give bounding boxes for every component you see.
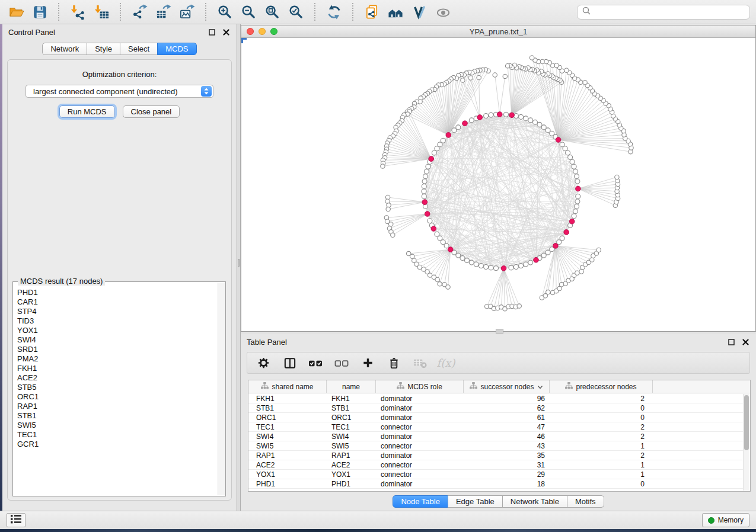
mcds-result-item[interactable]: SWI4 <box>14 335 217 345</box>
cell-predecessor-nodes[interactable]: 2 <box>550 395 653 403</box>
table-scrollbar[interactable] <box>743 394 749 491</box>
cell-predecessor-nodes[interactable]: 2 <box>550 423 653 431</box>
cell-name[interactable]: TEC1 <box>327 423 376 431</box>
function-builder-button[interactable]: f(x) <box>438 355 454 371</box>
zoom-selected-button[interactable] <box>286 2 306 22</box>
network-canvas[interactable] <box>241 38 755 331</box>
run-mcds-button[interactable]: Run MCDS <box>59 105 115 118</box>
cell-shared-name[interactable]: SWI4 <box>248 432 327 441</box>
column-header-successor-nodes[interactable]: successor nodes <box>464 380 550 393</box>
float-panel-button[interactable] <box>207 27 216 37</box>
network-overview-button[interactable] <box>362 2 382 22</box>
cell-shared-name[interactable]: ORC1 <box>248 414 327 422</box>
cell-successor-nodes[interactable]: 29 <box>464 470 550 479</box>
vertical-splitter[interactable] <box>237 24 241 511</box>
cell-name[interactable]: RAP1 <box>327 451 376 460</box>
cell-predecessor-nodes[interactable]: 1 <box>550 470 653 479</box>
refresh-layout-button[interactable] <box>324 2 344 22</box>
mcds-result-item[interactable]: STB5 <box>14 383 217 392</box>
column-header-shared-name[interactable]: shared name <box>248 380 327 393</box>
cell-predecessor-nodes[interactable]: 0 <box>550 414 653 422</box>
mcds-result-item[interactable]: PHD1 <box>14 288 217 297</box>
mcds-result-item[interactable]: PMA2 <box>14 354 217 364</box>
cell-shared-name[interactable]: YOX1 <box>248 470 327 479</box>
cell-successor-nodes[interactable]: 35 <box>464 451 550 460</box>
vizmapper-button[interactable] <box>409 2 429 22</box>
table-row-YOX1[interactable]: YOX1YOX1connector291 <box>248 470 743 479</box>
cell-name[interactable]: SWI5 <box>327 442 376 450</box>
cell-predecessor-nodes[interactable]: 0 <box>550 480 653 488</box>
mcds-result-item[interactable]: SWI5 <box>14 421 217 430</box>
cell-successor-nodes[interactable]: 62 <box>464 404 550 412</box>
cell-shared-name[interactable]: STB1 <box>248 404 327 412</box>
cell-name[interactable]: FKH1 <box>327 395 376 403</box>
mcds-result-item[interactable]: TEC1 <box>14 430 217 440</box>
tab-motifs[interactable]: Motifs <box>567 495 604 508</box>
cell-name[interactable]: YOX1 <box>327 470 376 479</box>
cell-successor-nodes[interactable]: 46 <box>464 432 550 441</box>
tab-network[interactable]: Network <box>42 43 87 55</box>
cell-successor-nodes[interactable]: 61 <box>464 414 550 422</box>
column-header-name[interactable]: name <box>327 380 376 393</box>
cell-shared-name[interactable]: PHD1 <box>248 480 327 488</box>
cell-predecessor-nodes[interactable]: 0 <box>550 404 653 412</box>
tab-node-table[interactable]: Node Table <box>393 495 448 508</box>
select-all-rows-button[interactable] <box>308 355 323 371</box>
cell-MCDS-role[interactable]: connector <box>376 423 464 431</box>
cell-MCDS-role[interactable]: connector <box>376 470 464 479</box>
vertical-splitter-handle[interactable] <box>238 259 240 267</box>
cell-MCDS-role[interactable]: connector <box>376 461 464 469</box>
delete-columns-button[interactable] <box>386 355 401 371</box>
memory-button[interactable]: Memory <box>702 513 749 527</box>
criterion-select[interactable]: largest connected component (undirected) <box>25 85 213 98</box>
tab-network-table[interactable]: Network Table <box>502 495 567 508</box>
table-row-PHD1[interactable]: PHD1PHD1dominator180 <box>248 479 743 489</box>
table-row-FKH1[interactable]: FKH1FKH1dominator962 <box>248 394 743 403</box>
table-row-STB1[interactable]: STB1STB1dominator620 <box>248 403 743 413</box>
zoom-out-button[interactable] <box>238 2 259 22</box>
close-table-panel-button[interactable] <box>741 337 750 347</box>
cell-successor-nodes[interactable]: 43 <box>464 442 550 450</box>
cell-predecessor-nodes[interactable]: 1 <box>550 461 653 469</box>
cell-shared-name[interactable]: TEC1 <box>248 423 327 431</box>
mcds-result-item[interactable]: STP4 <box>14 307 217 316</box>
export-table-button[interactable] <box>153 2 173 22</box>
mcds-result-item[interactable]: STB1 <box>14 411 217 421</box>
column-header-predecessor-nodes[interactable]: predecessor nodes <box>550 380 653 393</box>
tab-style[interactable]: Style <box>87 43 120 55</box>
table-scrollbar-thumb[interactable] <box>744 395 749 450</box>
cell-MCDS-role[interactable]: dominator <box>376 414 464 422</box>
deselect-all-rows-button[interactable] <box>334 355 349 371</box>
mcds-result-item[interactable]: RAP1 <box>14 402 217 411</box>
close-panel-button[interactable] <box>221 27 231 37</box>
export-network-button[interactable] <box>129 2 149 22</box>
mcds-result-item[interactable]: SRD1 <box>14 345 217 354</box>
delete-table-button[interactable] <box>412 355 428 371</box>
table-options-button[interactable] <box>256 355 271 371</box>
show-hide-button[interactable] <box>433 2 453 22</box>
table-row-ORC1[interactable]: ORC1ORC1dominator610 <box>248 413 743 422</box>
cell-successor-nodes[interactable]: 31 <box>464 461 550 469</box>
show-columns-button[interactable] <box>282 355 297 371</box>
horizontal-splitter-handle[interactable] <box>496 329 503 334</box>
table-row-RAP1[interactable]: RAP1RAP1dominator352 <box>248 451 743 460</box>
cell-name[interactable]: ORC1 <box>327 414 376 422</box>
tab-select[interactable]: Select <box>120 43 158 55</box>
cell-MCDS-role[interactable]: dominator <box>376 404 464 412</box>
mcds-result-item[interactable]: ACE2 <box>14 373 217 383</box>
status-menu-button[interactable] <box>7 513 25 527</box>
cell-shared-name[interactable]: SWI5 <box>248 442 327 450</box>
cell-successor-nodes[interactable]: 47 <box>464 423 550 431</box>
cell-name[interactable]: PHD1 <box>327 480 376 488</box>
cell-successor-nodes[interactable]: 96 <box>464 395 550 403</box>
table-row-SWI5[interactable]: SWI5SWI5connector431 <box>248 441 743 451</box>
save-session-button[interactable] <box>30 2 50 22</box>
mcds-result-item[interactable]: FKH1 <box>14 364 217 373</box>
cell-MCDS-role[interactable]: dominator <box>376 480 464 488</box>
network-graph[interactable] <box>241 38 755 331</box>
tab-mcds[interactable]: MCDS <box>157 43 196 55</box>
cell-successor-nodes[interactable]: 18 <box>464 480 550 488</box>
cell-shared-name[interactable]: ACE2 <box>248 461 327 469</box>
cell-MCDS-role[interactable]: dominator <box>376 432 464 441</box>
mcds-result-item[interactable]: GCR1 <box>14 440 217 449</box>
